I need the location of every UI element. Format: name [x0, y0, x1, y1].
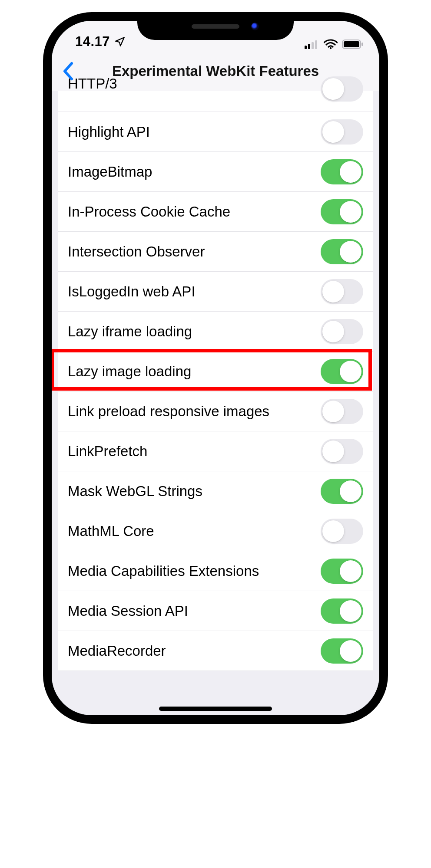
toggle-knob [322, 401, 344, 422]
toggle-knob [322, 78, 344, 100]
speaker-grille [192, 24, 239, 29]
toggle-knob [340, 201, 361, 223]
toggle-knob [340, 640, 361, 662]
svg-rect-2 [312, 42, 314, 49]
toggle-knob [322, 441, 344, 462]
svg-rect-0 [305, 46, 307, 49]
svg-rect-1 [308, 44, 310, 49]
settings-row-label: HTTP/3 [68, 76, 321, 92]
settings-toggle[interactable] [321, 319, 363, 344]
settings-toggle[interactable] [321, 159, 363, 184]
settings-row-label: IsLoggedIn web API [68, 283, 321, 300]
settings-row: Highlight API [58, 112, 373, 152]
settings-toggle[interactable] [321, 439, 363, 464]
settings-row-label: Mask WebGL Strings [68, 483, 321, 500]
settings-row-label: MediaRecorder [68, 643, 321, 659]
battery-icon [342, 39, 364, 49]
toggle-knob [340, 241, 361, 263]
cellular-signal-icon [305, 39, 319, 49]
location-arrow-icon [114, 36, 126, 47]
settings-row: LinkPrefetch [58, 431, 373, 471]
settings-row: MathML Core [58, 511, 373, 551]
settings-toggle[interactable] [321, 199, 363, 224]
svg-rect-7 [361, 43, 363, 46]
phone-frame: 14.17 [44, 13, 387, 723]
settings-row: IsLoggedIn web API [58, 272, 373, 312]
front-camera [251, 23, 259, 30]
settings-row: In-Process Cookie Cache [58, 192, 373, 232]
home-indicator[interactable] [159, 707, 272, 711]
settings-toggle[interactable] [321, 479, 363, 504]
svg-rect-3 [315, 40, 317, 49]
settings-toggle[interactable] [321, 119, 363, 145]
toggle-knob [340, 600, 361, 622]
settings-row-label: Intersection Observer [68, 243, 321, 260]
settings-row-label: Highlight API [68, 124, 321, 140]
toggle-knob [322, 520, 344, 542]
settings-row-label: Lazy iframe loading [68, 323, 321, 340]
settings-row: Lazy image loading [58, 352, 373, 391]
toggle-knob [322, 121, 344, 143]
settings-row: Media Capabilities Extensions [58, 551, 373, 591]
settings-toggle[interactable] [321, 638, 363, 664]
settings-row: Lazy iframe loading [58, 312, 373, 352]
settings-list[interactable]: HTTP/3Highlight APIImageBitmapIn-Process… [58, 91, 373, 671]
settings-toggle[interactable] [321, 76, 363, 102]
settings-row-label: In-Process Cookie Cache [68, 204, 321, 220]
settings-toggle[interactable] [321, 239, 363, 264]
phone-notch [137, 13, 294, 40]
settings-row-label: MathML Core [68, 523, 321, 539]
settings-row: Intersection Observer [58, 232, 373, 272]
settings-row-label: Lazy image loading [68, 363, 321, 380]
settings-toggle[interactable] [321, 559, 363, 584]
settings-row: HTTP/3 [58, 91, 373, 112]
settings-row: ImageBitmap [58, 152, 373, 192]
settings-toggle[interactable] [321, 598, 363, 624]
toggle-knob [340, 161, 361, 183]
wifi-icon [324, 39, 338, 49]
settings-row-label: Media Capabilities Extensions [68, 563, 321, 579]
toggle-knob [340, 480, 361, 502]
svg-rect-6 [344, 41, 359, 47]
settings-toggle[interactable] [321, 519, 363, 544]
settings-row-label: LinkPrefetch [68, 443, 321, 460]
settings-row-label: ImageBitmap [68, 164, 321, 180]
settings-list-container: HTTP/3Highlight APIImageBitmapIn-Process… [52, 91, 379, 723]
toggle-knob [322, 321, 344, 342]
toggle-knob [340, 361, 361, 382]
settings-row: Mask WebGL Strings [58, 471, 373, 511]
settings-toggle[interactable] [321, 359, 363, 384]
status-time: 14.17 [75, 34, 110, 49]
settings-row: MediaRecorder [58, 631, 373, 671]
settings-row: Link preload responsive images [58, 391, 373, 431]
settings-row-label: Link preload responsive images [68, 403, 321, 420]
svg-point-4 [330, 47, 332, 49]
settings-toggle[interactable] [321, 279, 363, 304]
toggle-knob [340, 560, 361, 582]
settings-row-label: Media Session API [68, 603, 321, 619]
toggle-knob [322, 281, 344, 302]
settings-row: Media Session API [58, 591, 373, 631]
settings-toggle[interactable] [321, 399, 363, 424]
